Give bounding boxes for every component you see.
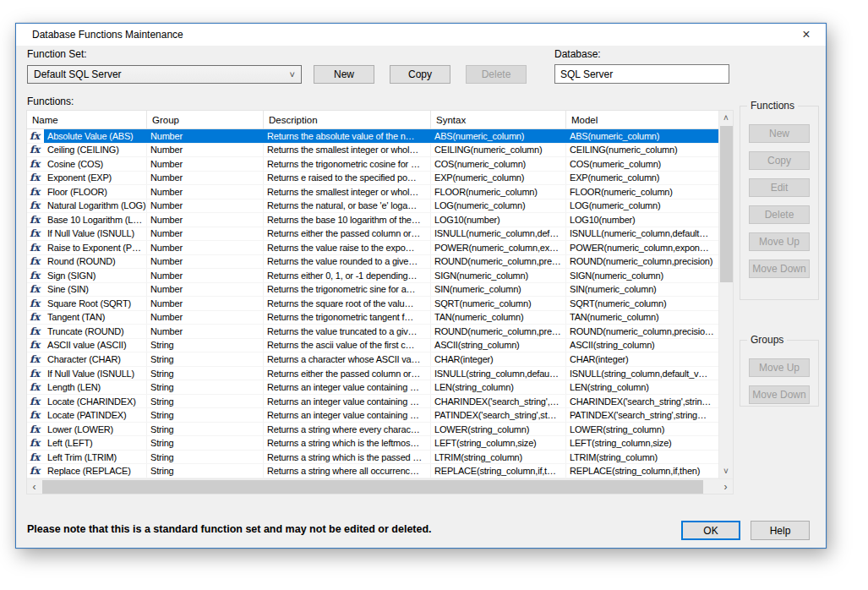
cell-name: Locate (CHARINDEX) [44,395,147,408]
table-row[interactable]: fx Floor (FLOOR) Number Returns the smal… [27,185,718,199]
table-row[interactable]: fx Absolute Value (ABS) Number Returns t… [27,129,718,144]
table-row[interactable]: fx Locate (CHARINDEX) String Returns an … [27,395,718,409]
cell-model: COS(numeric_column) [566,157,718,171]
vertical-scrollbar[interactable]: ˄ ˅ [718,111,733,478]
table-body: fx Absolute Value (ABS) Number Returns t… [27,129,718,478]
table-row[interactable]: fx Length (LEN) String Returns an intege… [27,380,718,395]
functions-group-title: Functions [747,100,798,112]
cell-syntax: ISNULL(numeric_column,def… [431,227,566,241]
function-copy-button[interactable]: Copy [749,151,810,170]
table-row[interactable]: fx Sign (SIGN) Number Returns either 0, … [27,269,718,283]
close-icon[interactable]: × [792,24,821,45]
horizontal-scrollbar[interactable]: ‹ › [27,478,733,494]
table-row[interactable]: fx Sine (SIN) Number Returns the trigono… [27,283,718,298]
groups-button-group: Groups Move Up Move Down [740,340,819,407]
table-row[interactable]: fx If Null Value (ISNULL) String Returns… [27,367,718,381]
ok-button[interactable]: OK [681,521,740,540]
fx-icon: fx [27,185,44,199]
cell-description: Returns either the passed column or… [264,227,431,241]
cell-syntax: SIN(numeric_column) [431,283,566,297]
table-row[interactable]: fx Left Trim (LTRIM) String Returns a st… [27,451,718,465]
cell-description: Returns the square root of the valu… [264,297,431,310]
cell-syntax: COS(numeric_column) [431,157,566,171]
cell-group: Number [147,129,264,143]
scroll-left-icon[interactable]: ‹ [27,479,41,494]
scroll-right-icon[interactable]: › [718,479,733,494]
cell-group: String [147,395,264,408]
column-header-model[interactable]: Model [566,111,733,128]
table-row[interactable]: fx Replace (REPLACE) String Returns a st… [27,464,718,478]
cell-name: Character (CHAR) [44,352,147,366]
cell-model: CHARINDEX('search_string',strin… [566,395,718,408]
function-new-button[interactable]: New [749,124,810,143]
cell-syntax: ROUND(numeric_column,pre… [431,255,566,269]
table-row[interactable]: fx Locate (PATINDEX) String Returns an i… [27,408,718,423]
table-row[interactable]: fx Cosine (COS) Number Returns the trigo… [27,157,718,172]
cell-group: String [147,451,264,464]
cell-name: Square Root (SQRT) [44,297,147,310]
help-button[interactable]: Help [751,521,810,540]
table-row[interactable]: fx Exponent (EXP) Number Returns e raise… [27,172,718,186]
table-row[interactable]: fx Character (CHAR) String Returns a cha… [27,352,718,367]
scroll-down-icon[interactable]: ˅ [719,464,733,478]
cell-group: String [147,367,264,380]
table-row[interactable]: fx Round (ROUND) Number Returns the valu… [27,255,718,270]
table-row[interactable]: fx Raise to Exponent (P… Number Returns … [27,241,718,255]
cell-model: ASCII(string_column) [566,339,718,352]
table-row[interactable]: fx Truncate (ROUND) Number Returns the v… [27,325,718,339]
cell-description: Returns the smallest integer or whol… [264,144,431,157]
fx-icon: fx [27,464,44,478]
cell-model: POWER(numeric_column,expon… [566,241,718,254]
delete-function-set-button[interactable]: Delete [466,65,527,84]
cell-description: Returns an integer value containing … [264,380,431,394]
scroll-up-icon[interactable]: ˄ [719,111,733,125]
group-move-down-button[interactable]: Move Down [749,385,810,404]
column-header-group[interactable]: Group [147,111,264,128]
cell-name: Lower (LOWER) [44,423,147,436]
column-header-name[interactable]: Name [27,111,147,128]
cell-description: Returns an integer value containing … [264,408,431,422]
table-row[interactable]: fx Tangent (TAN) Number Returns the trig… [27,311,718,325]
column-header-syntax[interactable]: Syntax [431,111,566,128]
function-set-combobox[interactable]: Default SQL Server ˅ [27,65,302,84]
cell-name: Floor (FLOOR) [44,185,147,199]
database-field[interactable] [554,64,729,84]
horizontal-scrollbar-thumb[interactable] [42,480,703,494]
cell-group: Number [147,157,264,171]
cell-description: Returns the trigonometric cosine for … [264,157,431,171]
table-row[interactable]: fx If Null Value (ISNULL) Number Returns… [27,227,718,242]
table-row[interactable]: fx Lower (LOWER) String Returns a string… [27,423,718,437]
cell-description: Returns a string which is the passed … [264,451,431,464]
cell-description: Returns the absolute value of the n… [264,129,431,143]
vertical-scrollbar-thumb[interactable] [720,126,733,282]
table-row[interactable]: fx Ceiling (CEILING) Number Returns the … [27,144,718,158]
new-function-set-button[interactable]: New [314,65,374,84]
cell-syntax: EXP(numeric_column) [431,172,566,185]
cell-group: Number [147,172,264,185]
fx-icon: fx [27,423,44,436]
cell-syntax: TAN(numeric_column) [431,311,566,325]
cell-name: Sign (SIGN) [44,269,147,282]
function-delete-button[interactable]: Delete [749,205,810,224]
cell-description: Returns either 0, 1, or -1 depending… [264,269,431,282]
table-row[interactable]: fx Square Root (SQRT) Number Returns the… [27,297,718,311]
function-move-down-button[interactable]: Move Down [749,259,810,278]
table-header: Name Group Description Syntax Model [27,111,733,129]
fx-icon: fx [27,255,44,269]
table-row[interactable]: fx ASCII value (ASCII) String Returns th… [27,339,718,353]
cell-name: ASCII value (ASCII) [44,339,147,352]
function-edit-button[interactable]: Edit [749,178,810,197]
cell-group: Number [147,283,264,297]
table-row[interactable]: fx Left (LEFT) String Returns a string w… [27,436,718,451]
table-row[interactable]: fx Natural Logarithm (LOG) Number Return… [27,199,718,214]
cell-model: LOG10(number) [566,213,718,227]
cell-model: CHAR(integer) [566,352,718,366]
cell-group: Number [147,185,264,199]
function-move-up-button[interactable]: Move Up [749,232,810,251]
cell-name: Locate (PATINDEX) [44,408,147,422]
group-move-up-button[interactable]: Move Up [749,358,810,377]
copy-function-set-button[interactable]: Copy [390,65,450,84]
table-row[interactable]: fx Base 10 Logarithm (L… Number Returns … [27,213,718,227]
column-header-description[interactable]: Description [264,111,431,128]
cell-syntax: PATINDEX('search_string',st… [431,408,566,422]
